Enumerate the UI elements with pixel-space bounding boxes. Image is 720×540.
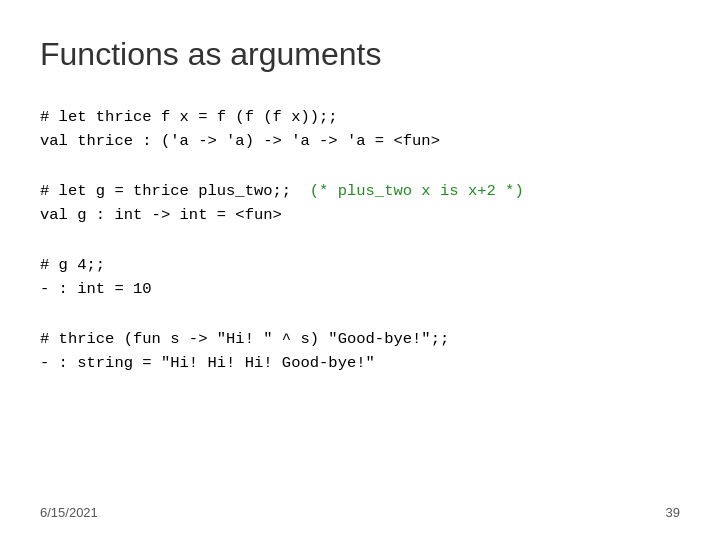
inline-comment: (* plus_two x is x+2 *) <box>310 182 524 200</box>
code-line: # let g = thrice plus_two;; (* plus_two … <box>40 179 680 203</box>
code-line: # g 4;; <box>40 253 680 277</box>
footer-page: 39 <box>666 505 680 520</box>
code-block-2: # let g = thrice plus_two;; (* plus_two … <box>40 179 680 227</box>
footer-date: 6/15/2021 <box>40 505 98 520</box>
slide: Functions as arguments # let thrice f x … <box>0 0 720 540</box>
slide-footer: 6/15/2021 39 <box>40 505 680 520</box>
code-block-3: # g 4;; - : int = 10 <box>40 253 680 301</box>
code-block-1: # let thrice f x = f (f (f x));; val thr… <box>40 105 680 153</box>
code-line: val g : int -> int = <fun> <box>40 203 680 227</box>
code-line: - : string = "Hi! Hi! Hi! Good-bye!" <box>40 351 680 375</box>
code-block-4: # thrice (fun s -> "Hi! " ^ s) "Good-bye… <box>40 327 680 375</box>
slide-title: Functions as arguments <box>40 36 680 73</box>
code-line: - : int = 10 <box>40 277 680 301</box>
code-line: # thrice (fun s -> "Hi! " ^ s) "Good-bye… <box>40 327 680 351</box>
code-line: # let thrice f x = f (f (f x));; <box>40 105 680 129</box>
code-line: val thrice : ('a -> 'a) -> 'a -> 'a = <f… <box>40 129 680 153</box>
